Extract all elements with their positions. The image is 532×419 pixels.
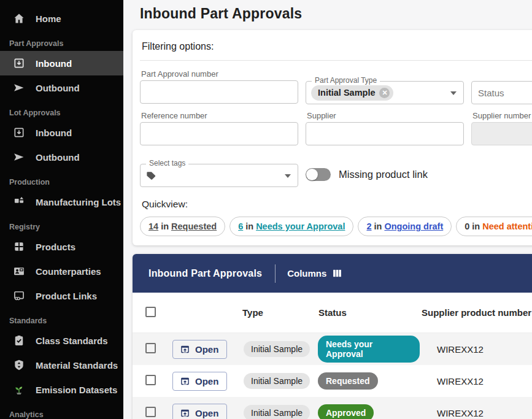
- row-checkbox[interactable]: [145, 407, 156, 417]
- tag-icon: [145, 170, 157, 182]
- sidebar-item-label: Class Standards: [36, 336, 108, 346]
- divider: [275, 264, 276, 283]
- part-approval-number-field: Part Approval number: [140, 69, 298, 104]
- supplier-number-input[interactable]: [471, 122, 532, 145]
- sidebar-item-label: Manufacturing Lots: [36, 197, 121, 207]
- sidebar-item-class-standards[interactable]: Class Standards: [0, 328, 123, 353]
- column-header-status: Status: [317, 307, 420, 318]
- supplier-input[interactable]: [306, 122, 464, 145]
- supplier-number-field: Supplier number: [471, 111, 532, 145]
- sidebar-item-product-links[interactable]: Product Links: [0, 283, 123, 308]
- part-approval-number-label: Part Approval number: [141, 69, 298, 79]
- supplier-product-number: WIREXX12: [420, 344, 532, 355]
- part-approval-type-select[interactable]: Part Approval Type Initial Sample ✕: [306, 81, 464, 104]
- pill-connector: in: [245, 221, 253, 231]
- pill-connector: in: [161, 221, 169, 231]
- pill-connector: in: [374, 221, 382, 231]
- sidebar-section-analytics: Analytics: [0, 402, 123, 419]
- columns-button[interactable]: Columns: [287, 268, 342, 279]
- part-approval-number-input[interactable]: [140, 80, 298, 104]
- sidebar-section-lot-approvals: Lot Approvals: [0, 100, 123, 120]
- status-badge: Requested: [318, 372, 378, 390]
- row-checkbox[interactable]: [145, 375, 156, 385]
- supplier-product-number: WIREXX12: [420, 376, 532, 386]
- open-button[interactable]: Open: [172, 340, 227, 359]
- quickview-pill-requested[interactable]: 14inRequested: [140, 217, 225, 236]
- reference-number-label: Reference number: [141, 111, 298, 120]
- filter-row-2: Reference number Supplier Supplier numbe…: [140, 111, 532, 145]
- products-icon: [13, 240, 25, 253]
- table-row: Open Initial Sample Requested WIREXX12: [133, 365, 532, 397]
- part-approval-type-label: Part Approval Type: [312, 77, 380, 85]
- sidebar-item-emission-datasets[interactable]: Emission Datasets: [0, 377, 123, 402]
- emission-datasets-icon: [13, 383, 25, 396]
- sidebar-item-label: Inbound: [36, 58, 72, 69]
- sidebar-item-inbound-part[interactable]: Inbound: [0, 51, 123, 75]
- filter-row-3: Select tags Missing product link: [140, 152, 532, 187]
- sidebar-item-label: Product Links: [36, 291, 97, 301]
- sidebar-item-inbound-lot[interactable]: Inbound: [0, 120, 123, 145]
- sidebar-item-label: Counterparties: [36, 266, 101, 277]
- sidebar-section-part-approvals: Part Approvals: [0, 31, 123, 51]
- missing-product-link-toggle-group: Missing product link: [306, 168, 428, 181]
- status-input[interactable]: [471, 81, 532, 104]
- sidebar-item-outbound-lot[interactable]: Outbound: [0, 145, 123, 169]
- sidebar-item-outbound-part[interactable]: Outbound: [0, 75, 123, 100]
- sidebar-item-label: Inbound: [36, 128, 72, 138]
- dropdown-arrow-icon: [285, 174, 291, 178]
- pill-label: Needs your Approval: [256, 221, 345, 231]
- page-title: Inbound Part Approvals: [140, 6, 532, 22]
- pill-label: Need attention: [482, 221, 532, 231]
- sidebar-item-label: Outbound: [36, 83, 80, 93]
- quickview-pill-ongoing-draft[interactable]: 2inOngoing draft: [358, 217, 452, 236]
- sidebar-item-home[interactable]: Home: [0, 6, 123, 31]
- reference-number-input[interactable]: [140, 122, 298, 145]
- pill-connector: in: [472, 221, 480, 231]
- missing-product-link-toggle[interactable]: [306, 168, 331, 181]
- sidebar-item-counterparties[interactable]: Counterparties: [0, 259, 123, 283]
- sidebar-item-material-standards[interactable]: Material Standards: [0, 353, 123, 377]
- reference-number-field: Reference number: [140, 111, 298, 145]
- sidebar-section-standards: Standards: [0, 308, 123, 328]
- filter-heading: Filtering options:: [142, 41, 532, 52]
- chip-remove-icon[interactable]: ✕: [379, 88, 390, 98]
- select-tags-label: Select tags: [146, 160, 188, 167]
- quickview-pill-needs-your-approval[interactable]: 6inNeeds your Approval: [229, 217, 353, 236]
- table-row: Open Initial Sample Approved WIREXX12: [133, 397, 532, 419]
- open-in-icon: [180, 344, 190, 355]
- column-header-supplier-product-number: Supplier product number: [420, 307, 532, 318]
- outbound-icon: [13, 151, 25, 163]
- counterparties-icon: [13, 265, 25, 277]
- table-row: Open Initial Sample Needs your Approval …: [133, 333, 532, 365]
- sidebar-item-label: Emission Datasets: [36, 385, 117, 395]
- toggle-thumb: [306, 169, 318, 180]
- status-field: [471, 81, 532, 104]
- product-links-icon: [13, 290, 25, 302]
- sidebar-item-label: Material Standards: [36, 360, 118, 371]
- table-title: Inbound Part Approvals: [148, 268, 262, 279]
- open-button[interactable]: Open: [172, 372, 227, 391]
- select-tags-dropdown[interactable]: Select tags: [140, 164, 298, 187]
- row-checkbox[interactable]: [145, 343, 156, 353]
- material-standards-icon: [13, 359, 25, 371]
- initial-sample-chip: Initial Sample ✕: [311, 85, 393, 101]
- supplier-product-number: WIREXX12: [420, 408, 532, 418]
- sidebar-item-label: Outbound: [36, 152, 80, 163]
- quickview-heading: Quickview:: [142, 199, 532, 210]
- sidebar-item-manufacturing-lots[interactable]: Manufacturing Lots: [0, 190, 123, 214]
- sidebar-section-production: Production: [0, 169, 123, 190]
- sidebar-item-products[interactable]: Products: [0, 234, 123, 259]
- dropdown-arrow-icon: [450, 91, 457, 95]
- type-chip: Initial Sample: [244, 341, 310, 357]
- main-content: Inbound Part Approvals Filtering options…: [123, 0, 532, 419]
- supplier-number-label: Supplier number: [472, 111, 532, 120]
- open-in-icon: [180, 408, 190, 418]
- quickview-pill-need-attention[interactable]: 0inNeed attention: [456, 217, 532, 236]
- inbound-icon: [13, 126, 25, 139]
- inbound-table-panel: Inbound Part Approvals Columns Type Stat…: [133, 254, 532, 419]
- open-button[interactable]: Open: [172, 404, 227, 419]
- missing-product-link-label: Missing product link: [339, 169, 428, 180]
- chip-label: Initial Sample: [318, 88, 375, 98]
- select-all-checkbox[interactable]: [145, 307, 156, 317]
- manufacturing-lots-icon: [13, 196, 25, 208]
